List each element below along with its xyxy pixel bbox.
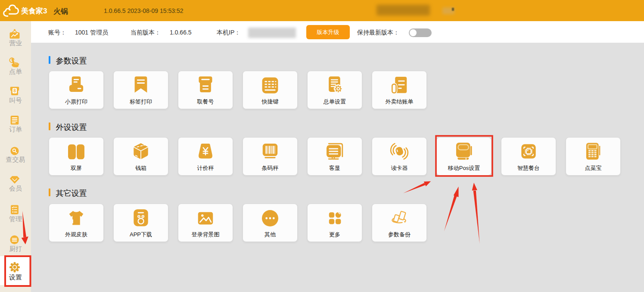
- svg-text:8: 8: [13, 88, 16, 93]
